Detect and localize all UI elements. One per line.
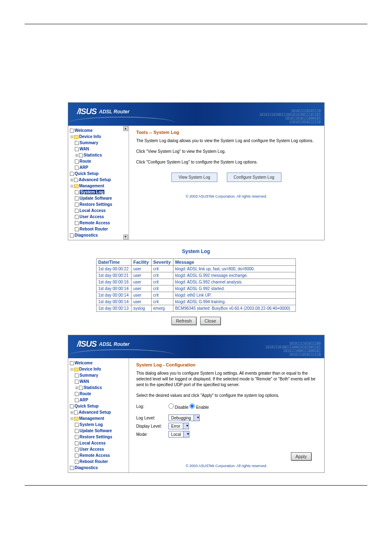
cell-sev: crit [151, 286, 173, 292]
nav2-quick-setup[interactable]: Quick Setup [75, 404, 99, 408]
nav-quick-setup[interactable]: Quick Setup [75, 171, 99, 176]
nav-arp[interactable]: ARP [80, 165, 88, 170]
nav-welcome[interactable]: Welcome [75, 128, 93, 133]
cell-fac: user [131, 292, 151, 299]
mode-label: Mode: [136, 432, 168, 437]
nav2-restore-settings[interactable]: Restore Settings [80, 435, 112, 439]
nav2-user-access[interactable]: User Access [80, 447, 104, 451]
intro-text-3: Click "Configure System Log" to configur… [136, 159, 317, 165]
nav2-arp[interactable]: ARP [80, 398, 88, 402]
nav-wan[interactable]: WAN [80, 147, 89, 151]
nav-update-software[interactable]: Update Software [80, 196, 112, 200]
nav-reboot-router[interactable]: Reboot Router [80, 227, 108, 231]
page-bottom-rule [25, 485, 367, 486]
col-severity: Severity [151, 259, 173, 266]
chevron-down-icon: ▼ [183, 423, 189, 429]
nav2-device-info[interactable]: Device Info [79, 367, 101, 371]
nav2-update-software[interactable]: Update Software [80, 428, 112, 433]
log-disable-radio[interactable]: Disable [168, 403, 189, 410]
intro-text-1: The System Log dialog allows you to view… [136, 138, 317, 144]
close-button[interactable]: Close [200, 317, 221, 325]
nav2-local-access[interactable]: Local Access [80, 441, 106, 445]
view-system-log-button[interactable]: View System Log [171, 173, 217, 182]
cell-fac: user [131, 272, 151, 279]
copyright-text-2: © 2003 ASUSTek Corporation. All rights r… [136, 464, 317, 468]
config-text-2: Select the desired values and click "App… [136, 393, 317, 398]
table-row: 1st day 00:00:14usercritklogd: eth0 Link… [97, 292, 296, 299]
cell-dt: 1st day 00:00:16 [97, 279, 131, 286]
main-content: Tools -- System Log The System Log dialo… [129, 126, 324, 240]
nav-remote-access[interactable]: Remote Access [80, 221, 110, 225]
nav2-remote-access[interactable]: Remote Access [80, 453, 110, 458]
cell-dt: 1st day 00:00:14 [97, 286, 131, 292]
nav-diagnostics[interactable]: Diagnostics [75, 233, 98, 237]
router-header-2: /ISUS ADSL Router 1010111101011100101011… [68, 335, 324, 358]
display-level-select[interactable]: Error▼ [168, 423, 189, 429]
nav2-system-log[interactable]: System Log [80, 422, 103, 427]
nav-tree: ▲ Welcome ⊟Device Info Summary WAN ⊞Stat… [68, 126, 129, 240]
nav-local-access[interactable]: Local Access [80, 208, 106, 213]
cell-sev: crit [151, 299, 173, 305]
nav2-diagnostics[interactable]: Diagnostics [75, 465, 98, 470]
table-row: 1st day 00:00:22usercritklogd: ADSL link… [97, 266, 296, 272]
cell-msg: klogd: ADSL G.992 channel analysis. [173, 279, 296, 286]
nav2-reboot-router[interactable]: Reboot Router [80, 459, 108, 464]
cell-msg: klogd: ADSL G.992 message exchange. [173, 272, 296, 279]
col-datetime: Date/Time [97, 259, 131, 266]
cell-dt: 1st day 00:00:14 [97, 299, 131, 305]
chevron-down-icon: ▼ [183, 431, 189, 437]
page-top-rule [25, 24, 367, 24]
log-level-select[interactable]: Debugging▼ [168, 415, 200, 421]
table-row: 1st day 00:00:14usercritklogd: ADSL G.99… [97, 286, 296, 292]
cell-dt: 1st day 00:00:22 [97, 266, 131, 272]
nav2-welcome[interactable]: Welcome [75, 361, 93, 365]
system-log-window: System Log Date/Time Facility Severity M… [96, 246, 296, 325]
display-level-label: Display Level: [136, 424, 168, 428]
nav2-advanced-setup[interactable]: Advanced Setup [79, 410, 111, 415]
scrollbar-down-icon[interactable]: ▼ [123, 235, 128, 240]
cell-fac: syslog [131, 305, 151, 312]
table-row: 1st day 00:00:14usercritklogd: ADSL G.99… [97, 299, 296, 305]
router-panel-syslog-config: /ISUS ADSL Router 1010111101011100101011… [68, 335, 325, 473]
nav-restore-settings[interactable]: Restore Settings [80, 202, 112, 207]
nav2-statistics[interactable]: Statistics [84, 385, 102, 390]
table-row: 1st day 00:00:21usercritklogd: ADSL G.99… [97, 272, 296, 279]
cell-fac: user [131, 266, 151, 272]
cell-msg: BCM96345 started: BusyBox v0.60.4 (2003.… [173, 305, 296, 312]
cell-msg: klogd: ADSL G.994 training. [173, 299, 296, 305]
log-label: Log: [136, 404, 168, 409]
nav-summary[interactable]: Summary [80, 140, 99, 145]
cell-msg: klogd: ADSL G.992 started. [173, 286, 296, 292]
nav-management[interactable]: Management [79, 184, 104, 188]
apply-button[interactable]: Apply [291, 452, 311, 461]
page-title: Tools -- System Log [136, 130, 317, 135]
log-enable-radio[interactable]: Enable [189, 403, 209, 410]
scrollbar-up-icon[interactable]: ▲ [123, 126, 128, 131]
cell-dt: 1st day 00:00:13 [97, 305, 131, 312]
table-row: 1st day 00:00:16usercritklogd: ADSL G.99… [97, 279, 296, 286]
log-level-label: Log Level: [136, 416, 168, 420]
configure-system-log-button[interactable]: Configure System Log [227, 173, 281, 182]
col-message: Message [173, 259, 296, 266]
nav-device-info[interactable]: Device Info [79, 134, 101, 139]
chevron-down-icon: ▼ [194, 415, 199, 421]
asus-logo: /ISUS [77, 107, 97, 116]
copyright-text: © 2003 ASUSTek Corporation. All rights r… [136, 194, 317, 198]
nav2-summary[interactable]: Summary [80, 373, 99, 378]
cell-dt: 1st day 00:00:14 [97, 292, 131, 299]
nav-advanced-setup[interactable]: Advanced Setup [79, 177, 111, 182]
nav-system-log[interactable]: System Log [80, 190, 105, 194]
nav2-management[interactable]: Management [79, 416, 104, 421]
nav2-route[interactable]: Route [80, 391, 91, 396]
refresh-button[interactable]: Refresh [171, 317, 196, 325]
router-panel-syslog-tools: /ISUS ADSL Router 1010111101011101010111… [68, 102, 325, 240]
nav2-wan[interactable]: WAN [80, 379, 89, 384]
header-binary-decor: 1010111101011101010111010011100101010011… [259, 109, 321, 124]
nav-route[interactable]: Route [80, 159, 91, 164]
cell-sev: crit [151, 266, 173, 272]
mode-select[interactable]: Local▼ [168, 431, 190, 438]
cell-sev: emerg [151, 305, 173, 312]
nav-user-access[interactable]: User Access [80, 214, 104, 219]
cell-dt: 1st day 00:00:21 [97, 272, 131, 279]
nav-statistics[interactable]: Statistics [84, 153, 102, 157]
